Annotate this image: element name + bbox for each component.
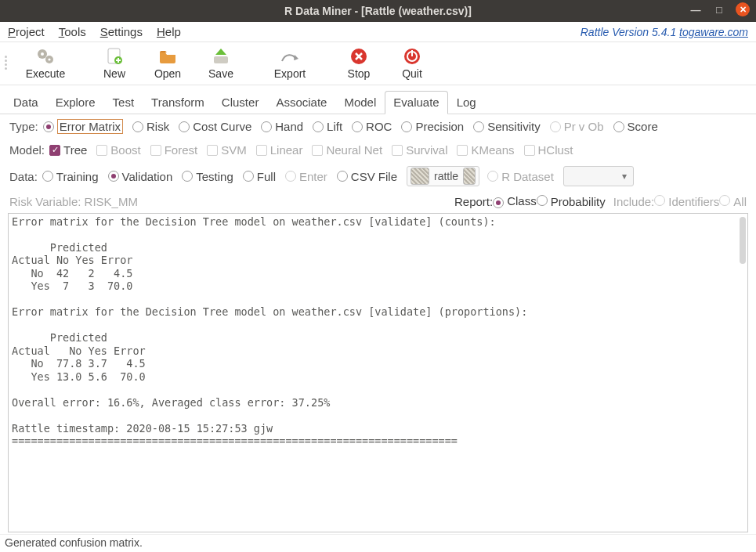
tab-test[interactable]: Test xyxy=(104,91,143,114)
open-button[interactable]: Open xyxy=(141,42,194,83)
data-training[interactable]: Training xyxy=(42,170,99,183)
menu-tools[interactable]: Tools xyxy=(59,25,86,38)
type-hand[interactable]: Hand xyxy=(261,120,303,133)
tab-bar: Data Explore Test Transform Cluster Asso… xyxy=(0,87,756,114)
save-disk-icon xyxy=(210,45,232,67)
tab-model[interactable]: Model xyxy=(335,91,385,114)
new-button[interactable]: New xyxy=(88,42,141,83)
gears-icon xyxy=(34,45,56,67)
type-error-matrix[interactable]: Error Matrix xyxy=(43,119,123,134)
output-panel: Error matrix for the Decision Tree model… xyxy=(8,213,748,532)
window-title: R Data Miner - [Rattle (weather.csv)] xyxy=(284,5,472,17)
scrollbar-thumb[interactable] xyxy=(740,217,746,264)
data-full[interactable]: Full xyxy=(243,170,276,183)
data-enter: Enter xyxy=(285,170,327,183)
data-row: Data: Training Validation Testing Full E… xyxy=(0,161,756,191)
report-label: Report: xyxy=(454,195,493,208)
svg-point-2 xyxy=(41,52,44,56)
data-csvfile[interactable]: CSV File xyxy=(337,170,397,183)
execute-button[interactable]: Execute xyxy=(19,42,72,83)
menu-bar: Project Tools Settings Help Rattle Versi… xyxy=(0,22,756,42)
tab-explore[interactable]: Explore xyxy=(47,91,104,114)
toolbar-handle-icon xyxy=(5,56,11,70)
status-bar: Generated confusion matrix. xyxy=(0,534,756,552)
version-label: Rattle Version 5.4.1 togaware.com xyxy=(581,26,748,38)
svg-rect-10 xyxy=(411,50,413,56)
type-row: Type: Error Matrix Risk Cost Curve Hand … xyxy=(0,114,756,139)
type-prvob: Pr v Ob xyxy=(550,120,604,133)
execute-label: Execute xyxy=(26,67,66,80)
minimize-icon[interactable]: — xyxy=(689,2,703,16)
output-text[interactable]: Error matrix for the Decision Tree model… xyxy=(9,214,747,532)
model-label: Model: xyxy=(9,143,45,157)
tab-cluster[interactable]: Cluster xyxy=(213,91,268,114)
model-kmeans: KMeans xyxy=(457,143,514,157)
report-row: Risk Variable: RISK_MM Report: Class Pro… xyxy=(0,191,756,213)
csv-file-chooser[interactable]: rattle xyxy=(407,166,479,186)
model-row: Model: Tree Boost Forest SVM Linear Neur… xyxy=(0,139,756,161)
title-bar: R Data Miner - [Rattle (weather.csv)] — … xyxy=(0,0,756,22)
model-forest: Forest xyxy=(150,143,198,157)
status-text: Generated confusion matrix. xyxy=(5,536,143,549)
type-sensitivity[interactable]: Sensitivity xyxy=(473,120,541,133)
tab-associate[interactable]: Associate xyxy=(267,91,335,114)
type-lift[interactable]: Lift xyxy=(313,120,342,133)
new-file-icon xyxy=(103,45,125,67)
file-browse-icon xyxy=(463,168,476,185)
type-cost-curve[interactable]: Cost Curve xyxy=(179,120,251,133)
model-tree[interactable]: Tree xyxy=(49,143,87,157)
model-linear: Linear xyxy=(256,143,303,157)
tab-log[interactable]: Log xyxy=(448,91,485,114)
model-hclust: HClust xyxy=(524,143,573,157)
model-neural: Neural Net xyxy=(312,143,382,157)
data-label: Data: xyxy=(9,170,38,183)
menu-help[interactable]: Help xyxy=(157,25,181,38)
type-roc[interactable]: ROC xyxy=(352,120,392,133)
include-label: Include: xyxy=(613,195,655,208)
risk-variable-label: Risk Variable: RISK_MM xyxy=(9,195,138,208)
type-label: Type: xyxy=(9,120,38,133)
menu-settings[interactable]: Settings xyxy=(100,25,143,38)
tab-evaluate[interactable]: Evaluate xyxy=(385,91,447,114)
svg-point-3 xyxy=(48,58,50,60)
include-identifiers: Identifiers xyxy=(654,195,719,208)
toolbar: Execute New Open Save Export Stop Quit xyxy=(0,42,756,85)
report-class[interactable]: Class xyxy=(493,194,537,208)
folder-open-icon xyxy=(157,45,179,67)
model-boost: Boost xyxy=(96,143,140,157)
menu-project[interactable]: Project xyxy=(8,25,45,38)
stop-button[interactable]: Stop xyxy=(332,42,385,83)
tab-transform[interactable]: Transform xyxy=(143,91,213,114)
type-score[interactable]: Score xyxy=(613,120,658,133)
svg-rect-6 xyxy=(214,56,228,63)
model-svm: SVM xyxy=(207,143,247,157)
export-icon xyxy=(279,45,301,67)
version-link[interactable]: togaware.com xyxy=(679,26,748,38)
data-rdataset: R Dataset xyxy=(487,170,554,183)
data-validation[interactable]: Validation xyxy=(108,170,173,183)
save-button[interactable]: Save xyxy=(194,42,248,83)
tab-data[interactable]: Data xyxy=(5,91,47,114)
model-survival: Survival xyxy=(392,143,447,157)
rdataset-combo xyxy=(563,166,634,186)
quit-button[interactable]: Quit xyxy=(385,42,439,83)
maximize-icon[interactable]: □ xyxy=(712,2,726,16)
include-all: All xyxy=(719,195,747,208)
stop-icon xyxy=(348,45,370,67)
type-risk[interactable]: Risk xyxy=(132,120,169,133)
export-button[interactable]: Export xyxy=(263,42,317,83)
type-precision[interactable]: Precision xyxy=(401,120,464,133)
file-icon xyxy=(411,168,429,185)
close-icon[interactable]: ✕ xyxy=(736,2,750,16)
report-probability[interactable]: Probability xyxy=(537,195,606,208)
power-icon xyxy=(401,45,423,67)
data-testing[interactable]: Testing xyxy=(182,170,233,183)
